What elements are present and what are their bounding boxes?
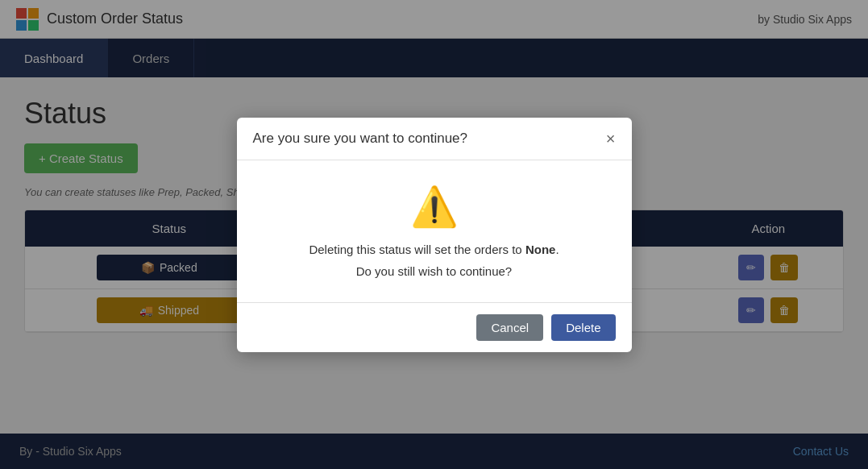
delete-button[interactable]: Delete [551, 314, 615, 341]
modal-close-button[interactable]: × [606, 131, 616, 147]
modal-overlay: Are you sure you want to continue? × ⚠️ … [0, 0, 868, 469]
modal-footer: Cancel Delete [237, 302, 632, 352]
modal-none-label: None [525, 243, 556, 256]
modal-body: ⚠️ Deleting this status will set the ord… [237, 160, 632, 302]
modal-title: Are you sure you want to continue? [253, 131, 468, 147]
cancel-button[interactable]: Cancel [476, 314, 543, 341]
warning-icon: ⚠️ [253, 185, 616, 230]
modal-confirm-text: Do you still wish to continue? [253, 264, 616, 278]
modal-message-text: Deleting this status will set the orders… [309, 243, 521, 256]
confirm-dialog: Are you sure you want to continue? × ⚠️ … [237, 118, 632, 352]
modal-period: . [555, 243, 559, 256]
modal-header: Are you sure you want to continue? × [237, 118, 632, 160]
modal-message: Deleting this status will set the orders… [253, 243, 616, 256]
